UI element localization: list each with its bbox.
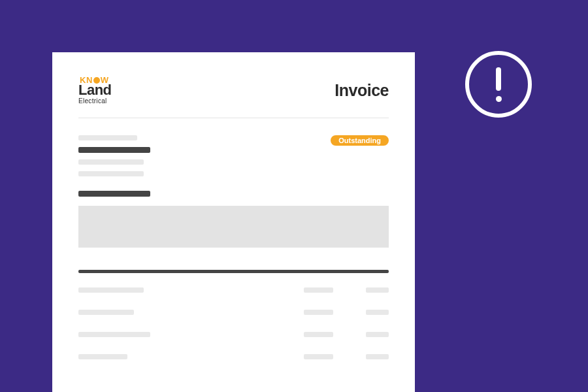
placeholder-line <box>78 135 137 140</box>
placeholder-line <box>366 287 389 293</box>
placeholder-line <box>78 147 150 153</box>
placeholder-line <box>366 332 389 337</box>
table-row <box>78 332 389 337</box>
placeholder-line <box>78 159 144 165</box>
placeholder-line <box>304 310 333 315</box>
invoice-document: KNW Land Electrical Invoice Outstanding <box>52 52 415 392</box>
logo-main-word: Land <box>78 83 112 97</box>
placeholder-line <box>366 310 389 315</box>
placeholder-line <box>304 287 333 293</box>
placeholder-line <box>304 332 333 337</box>
placeholder-line <box>78 354 127 359</box>
status-badge: Outstanding <box>331 135 389 146</box>
placeholder-line <box>78 287 144 293</box>
summary-box <box>78 206 389 248</box>
company-logo: KNW Land Electrical <box>78 76 112 105</box>
placeholder-line <box>78 332 150 337</box>
table-row <box>78 287 389 293</box>
table-row <box>78 310 389 315</box>
exclamation-bar <box>496 67 501 91</box>
placeholder-line <box>304 354 333 359</box>
table-row <box>78 354 389 359</box>
placeholder-line <box>78 191 150 197</box>
alert-icon <box>465 51 532 118</box>
logo-subtitle: Electrical <box>78 98 112 105</box>
document-title: Invoice <box>335 81 389 100</box>
table-header-rule <box>78 270 389 273</box>
exclamation-dot <box>496 96 502 102</box>
placeholder-line <box>78 171 144 176</box>
document-header: KNW Land Electrical Invoice <box>78 76 389 118</box>
placeholder-line <box>366 354 389 359</box>
placeholder-line <box>78 310 134 315</box>
